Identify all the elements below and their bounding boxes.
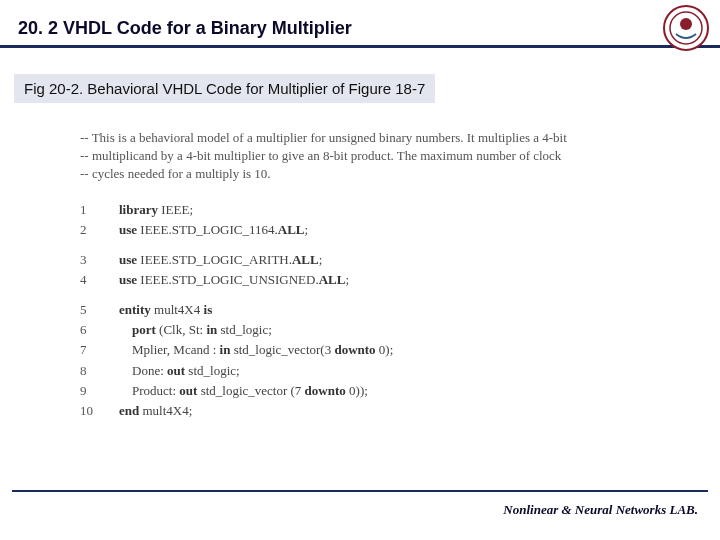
footer-lab-name: Nonlinear & Neural Networks LAB. [503, 502, 698, 518]
code-text: Mplier, Mcand : in std_logic_vector(3 do… [106, 340, 393, 360]
code-line: 3 use IEEE.STD_LOGIC_ARITH.ALL; [80, 250, 660, 270]
code-line: 2 use IEEE.STD_LOGIC_1164.ALL; [80, 220, 660, 240]
code-text: use IEEE.STD_LOGIC_ARITH.ALL; [106, 250, 322, 270]
line-number: 4 [80, 270, 106, 290]
line-number: 10 [80, 401, 106, 421]
code-text: port (Clk, St: in std_logic; [106, 320, 272, 340]
figure-caption: Fig 20-2. Behavioral VHDL Code for Multi… [14, 74, 435, 103]
line-number: 8 [80, 361, 106, 381]
code-line: 7 Mplier, Mcand : in std_logic_vector(3 … [80, 340, 660, 360]
code-text: Done: out std_logic; [106, 361, 240, 381]
line-number: 5 [80, 300, 106, 320]
line-number: 6 [80, 320, 106, 340]
university-seal-icon [662, 4, 710, 52]
code-text: entity mult4X4 is [106, 300, 212, 320]
code-line: 9 Product: out std_logic_vector (7 downt… [80, 381, 660, 401]
code-text: library IEEE; [106, 200, 193, 220]
line-number: 9 [80, 381, 106, 401]
svg-point-2 [680, 18, 692, 30]
code-line: 10 end mult4X4; [80, 401, 660, 421]
code-text: end mult4X4; [106, 401, 192, 421]
code-line: 6 port (Clk, St: in std_logic; [80, 320, 660, 340]
comment-line: -- multiplicand by a 4-bit multiplier to… [80, 147, 660, 165]
blank-line [80, 240, 660, 250]
code-listing: -- This is a behavioral model of a multi… [80, 129, 660, 421]
blank-line [80, 290, 660, 300]
code-comment: -- This is a behavioral model of a multi… [80, 129, 660, 184]
footer-rule [12, 490, 708, 492]
code-line: 8 Done: out std_logic; [80, 361, 660, 381]
page-title: 20. 2 VHDL Code for a Binary Multiplier [18, 18, 702, 39]
code-line: 1 library IEEE; [80, 200, 660, 220]
code-text: use IEEE.STD_LOGIC_1164.ALL; [106, 220, 308, 240]
line-number: 1 [80, 200, 106, 220]
slide-header: 20. 2 VHDL Code for a Binary Multiplier [0, 0, 720, 48]
code-block: 1 library IEEE;2 use IEEE.STD_LOGIC_1164… [80, 200, 660, 421]
code-text: Product: out std_logic_vector (7 downto … [106, 381, 368, 401]
line-number: 7 [80, 340, 106, 360]
line-number: 2 [80, 220, 106, 240]
code-line: 5 entity mult4X4 is [80, 300, 660, 320]
comment-line: -- This is a behavioral model of a multi… [80, 129, 660, 147]
line-number: 3 [80, 250, 106, 270]
code-text: use IEEE.STD_LOGIC_UNSIGNED.ALL; [106, 270, 349, 290]
comment-line: -- cycles needed for a multiply is 10. [80, 165, 660, 183]
code-line: 4 use IEEE.STD_LOGIC_UNSIGNED.ALL; [80, 270, 660, 290]
